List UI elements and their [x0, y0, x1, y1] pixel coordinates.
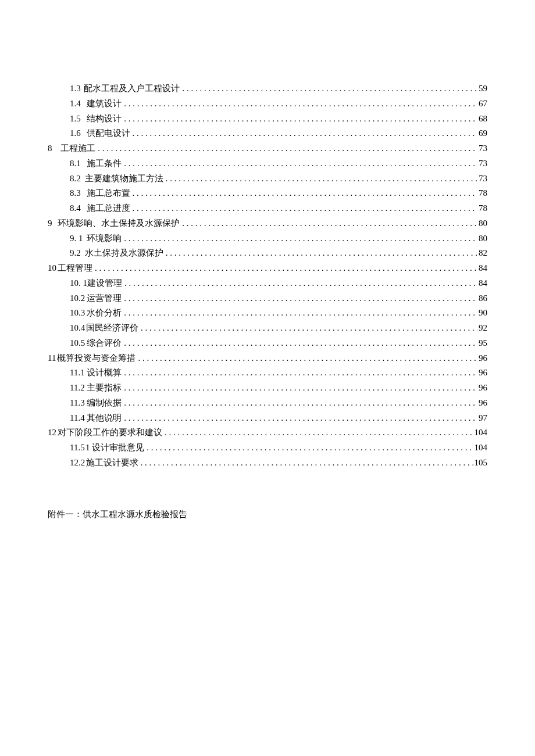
toc-entry: 11.4其他说明97: [48, 411, 487, 425]
toc-leader-dots: [147, 440, 473, 455]
toc-number: 9: [48, 216, 58, 231]
toc-page: 95: [479, 336, 487, 350]
toc-title: 配水工程及入户工程设计: [84, 81, 180, 96]
toc-number: 1.5: [70, 112, 87, 126]
toc-leader-dots: [124, 156, 477, 171]
toc-page: 59: [479, 81, 487, 96]
toc-leader-dots: [165, 425, 473, 440]
toc-title: 综合评价: [87, 336, 122, 350]
toc-page: 90: [479, 306, 487, 320]
toc-leader-dots: [98, 141, 477, 156]
toc-page: 68: [479, 112, 487, 126]
appendix-note: 附件一：供水工程水源水质检验报告: [48, 507, 487, 522]
toc-number: 10.2: [70, 291, 87, 306]
toc-entry: 11.51 设计审批意见104: [48, 440, 487, 455]
toc-title: 施工总进度: [87, 201, 130, 216]
toc-entry: 10.3水价分析90: [48, 306, 487, 320]
toc-page: 78: [479, 201, 487, 216]
toc-title: 结构设计: [87, 112, 122, 126]
toc-leader-dots: [124, 336, 477, 350]
toc-title: 环境影响、水土保持及水源保护: [58, 216, 180, 231]
toc-number: 11.2: [70, 381, 87, 395]
toc-leader-dots: [141, 321, 477, 335]
toc-page: 69: [479, 126, 487, 141]
toc-leader-dots: [124, 396, 477, 410]
toc-title: 概算投资与资金筹措: [57, 351, 135, 366]
toc-leader-dots: [95, 261, 477, 275]
toc-page: 84: [479, 261, 487, 275]
toc-entry: 12.2施工设计要求105: [48, 456, 487, 470]
toc-entry: 9.2水土保持及水源保护82: [48, 246, 487, 260]
toc-page: 80: [479, 231, 487, 246]
toc-title: 运营管理: [87, 291, 122, 306]
toc-number: 1.4: [70, 96, 87, 111]
toc-entry: 9环境影响、水土保持及水源保护80: [48, 216, 487, 231]
toc-title: 建设管理: [87, 276, 122, 291]
toc-entry: 10. 1建设管理84: [48, 276, 487, 291]
toc-number: 8.2: [70, 171, 85, 186]
toc-number: 8.3: [70, 186, 87, 200]
toc-number: 10: [48, 261, 56, 275]
toc-page: 104: [475, 440, 488, 455]
toc-title: 其他说明: [87, 411, 122, 425]
toc-title: 施工条件: [87, 156, 122, 171]
toc-leader-dots: [124, 276, 477, 291]
toc-entry: 9. 1环境影响80: [48, 231, 487, 246]
toc-title: 水土保持及水源保护: [85, 246, 163, 260]
toc-number: 11.3: [70, 396, 87, 410]
toc-leader-dots: [133, 126, 477, 141]
toc-title: 施工设计要求: [86, 456, 138, 470]
toc-number: 8.1: [70, 156, 87, 171]
toc-entry: 8工程施工73: [48, 141, 487, 156]
toc-entry: 8.4施工总进度78: [48, 201, 487, 216]
table-of-contents: 1.3配水工程及入户工程设计591.4建筑设计671.5结构设计681.6供配电…: [48, 81, 487, 470]
toc-title: 主要建筑物施工方法: [85, 171, 163, 186]
toc-page: 97: [479, 411, 487, 425]
toc-number: 10.5: [70, 336, 87, 350]
toc-page: 104: [475, 425, 488, 440]
toc-page: 105: [475, 456, 488, 470]
toc-entry: 10 工程管理84: [48, 261, 487, 275]
toc-leader-dots: [166, 246, 477, 260]
toc-number: 11.1: [70, 366, 87, 380]
toc-page: 86: [479, 291, 487, 306]
toc-entry: 10.4国民经济评价92: [48, 321, 487, 335]
toc-page: 73: [479, 171, 487, 186]
toc-title: 1 设计审批意见: [85, 440, 144, 455]
toc-number: 8: [48, 141, 60, 156]
toc-page: 96: [479, 351, 487, 366]
toc-entry: 1.3配水工程及入户工程设计59: [48, 81, 487, 96]
toc-leader-dots: [124, 112, 477, 126]
toc-title: 建筑设计: [87, 96, 122, 111]
toc-title: 对下阶段工作的要求和建议: [58, 425, 162, 440]
toc-leader-dots: [182, 81, 477, 96]
toc-leader-dots: [124, 366, 477, 380]
toc-number: 11.5: [70, 440, 85, 455]
toc-page: 73: [479, 156, 487, 171]
toc-page: 67: [479, 96, 487, 111]
toc-leader-dots: [182, 216, 477, 231]
toc-page: 80: [479, 216, 487, 231]
toc-leader-dots: [133, 201, 477, 216]
toc-leader-dots: [124, 411, 477, 425]
toc-number: 10.3: [70, 306, 87, 320]
toc-number: 11.4: [70, 411, 87, 425]
toc-number: 9. 1: [70, 231, 87, 246]
toc-leader-dots: [141, 456, 473, 470]
toc-number: 12.2: [70, 456, 86, 470]
toc-entry: 10.5综合评价95: [48, 336, 487, 350]
toc-page: 78: [479, 186, 487, 200]
toc-entry: 12 对下阶段工作的要求和建议104: [48, 425, 487, 440]
toc-leader-dots: [166, 171, 477, 186]
toc-page: 96: [479, 381, 487, 395]
toc-entry: 8.2主要建筑物施工方法73: [48, 171, 487, 186]
toc-number: 9.2: [70, 246, 85, 260]
toc-page: 84: [479, 276, 487, 291]
toc-entry: 8.3施工总布置78: [48, 186, 487, 200]
toc-title: 编制依据: [87, 396, 122, 410]
toc-page: 92: [479, 321, 487, 335]
toc-leader-dots: [138, 351, 477, 366]
toc-number: 10. 1: [70, 276, 87, 291]
toc-leader-dots: [124, 306, 477, 320]
toc-entry: 11.1设计概算96: [48, 366, 487, 380]
